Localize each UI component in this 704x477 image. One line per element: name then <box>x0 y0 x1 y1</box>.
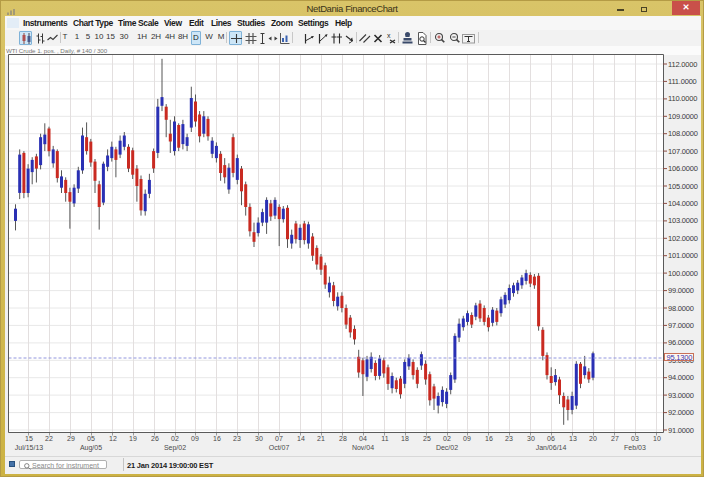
svg-text:x: x <box>387 32 391 39</box>
